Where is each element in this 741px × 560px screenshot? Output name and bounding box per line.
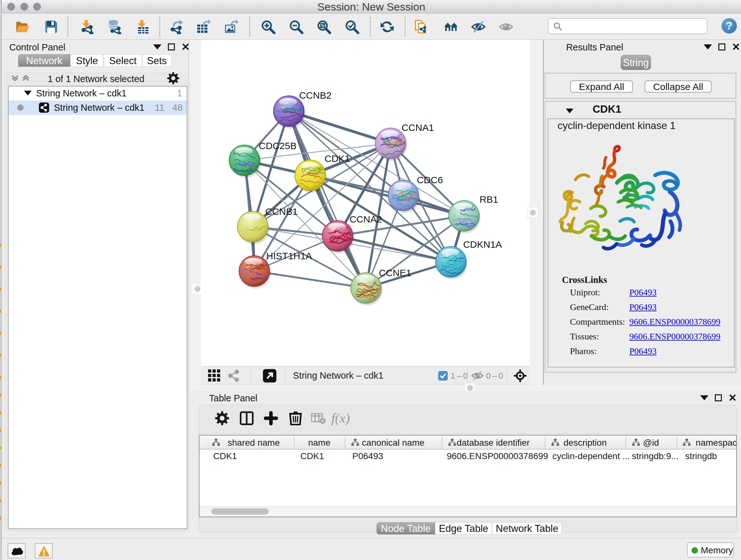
svg-text:CCNE1: CCNE1 [379,267,411,278]
svg-text:CDKN1A: CDKN1A [463,239,502,250]
svg-text:CCNA1: CCNA1 [401,122,434,133]
svg-text:CCNA2: CCNA2 [349,214,382,225]
svg-text:CDC6: CDC6 [417,175,443,185]
svg-text:CCNB1: CCNB1 [265,206,298,217]
svg-text:CCNB2: CCNB2 [299,90,332,101]
svg-text:HIST1H1A: HIST1H1A [266,251,312,261]
svg-text:CDK1: CDK1 [325,153,350,164]
svg-text:RB1: RB1 [480,194,498,205]
svg-text:CDC25B: CDC25B [259,140,296,151]
